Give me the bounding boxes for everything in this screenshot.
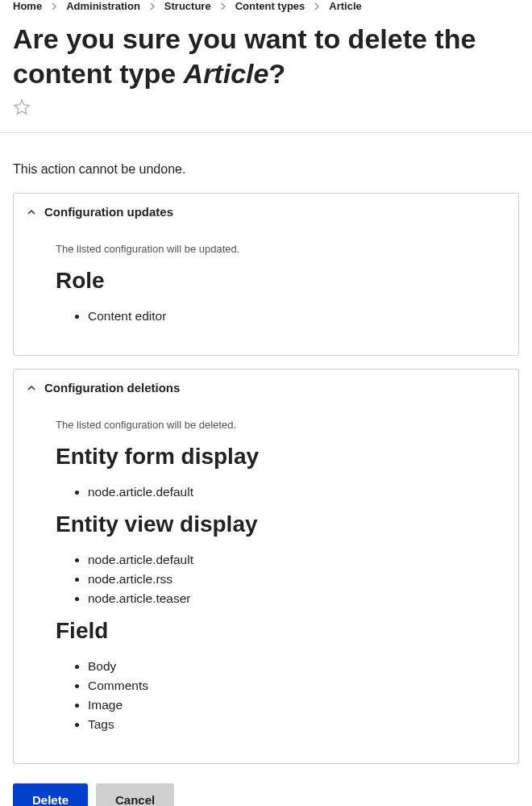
form-actions: Delete Cancel bbox=[13, 783, 519, 806]
delete-button[interactable]: Delete bbox=[13, 783, 88, 806]
list-item: node.article.rss bbox=[88, 570, 505, 589]
entity-form-display-list: node.article.default bbox=[56, 482, 505, 502]
cancel-button[interactable]: Cancel bbox=[96, 783, 174, 806]
panel-configuration-deletions: Configuration deletions The listed confi… bbox=[13, 369, 519, 764]
chevron-right-icon bbox=[148, 2, 156, 10]
list-item: Content editor bbox=[88, 307, 505, 326]
star-outline-icon[interactable] bbox=[13, 98, 31, 116]
chevron-right-icon bbox=[219, 2, 227, 10]
chevron-up-icon bbox=[27, 383, 36, 393]
list-item: node.article.teaser bbox=[88, 589, 505, 608]
breadcrumb-link-administration[interactable]: Administration bbox=[66, 0, 140, 12]
list-item: node.article.default bbox=[88, 482, 505, 502]
panel-header-configuration-deletions[interactable]: Configuration deletions bbox=[14, 370, 518, 406]
section-heading-role: Role bbox=[56, 268, 505, 294]
list-item: node.article.default bbox=[88, 550, 505, 570]
panel-configuration-updates: Configuration updates The listed configu… bbox=[13, 193, 519, 356]
chevron-right-icon bbox=[313, 2, 321, 10]
panel-description: The listed configuration will be deleted… bbox=[56, 419, 505, 431]
list-item: Body bbox=[88, 657, 505, 676]
breadcrumb-link-article[interactable]: Article bbox=[329, 0, 361, 12]
section-heading-entity-view-display: Entity view display bbox=[56, 512, 505, 537]
list-item: Tags bbox=[88, 715, 505, 734]
section-heading-entity-form-display: Entity form display bbox=[56, 444, 505, 470]
section-heading-field: Field bbox=[56, 618, 505, 644]
chevron-up-icon bbox=[27, 207, 36, 217]
page-title-suffix: ? bbox=[268, 58, 285, 89]
list-item: Comments bbox=[88, 676, 505, 695]
chevron-right-icon bbox=[50, 2, 58, 10]
panel-title: Configuration updates bbox=[44, 205, 173, 219]
page-title-emphasized: Article bbox=[184, 58, 269, 89]
panel-title: Configuration deletions bbox=[44, 381, 180, 395]
warning-text: This action cannot be undone. bbox=[13, 162, 519, 177]
panel-description: The listed configuration will be updated… bbox=[56, 243, 505, 255]
breadcrumb-link-content-types[interactable]: Content types bbox=[235, 0, 305, 12]
breadcrumb-link-structure[interactable]: Structure bbox=[164, 0, 211, 12]
page-title: Are you sure you want to delete the cont… bbox=[13, 22, 519, 90]
breadcrumb: Home Administration Structure Content ty… bbox=[13, 0, 519, 12]
panel-header-configuration-updates[interactable]: Configuration updates bbox=[14, 194, 518, 230]
field-list: Body Comments Image Tags bbox=[56, 657, 505, 734]
role-list: Content editor bbox=[56, 307, 505, 326]
list-item: Image bbox=[88, 695, 505, 715]
breadcrumb-link-home[interactable]: Home bbox=[13, 0, 42, 12]
entity-view-display-list: node.article.default node.article.rss no… bbox=[56, 550, 505, 608]
